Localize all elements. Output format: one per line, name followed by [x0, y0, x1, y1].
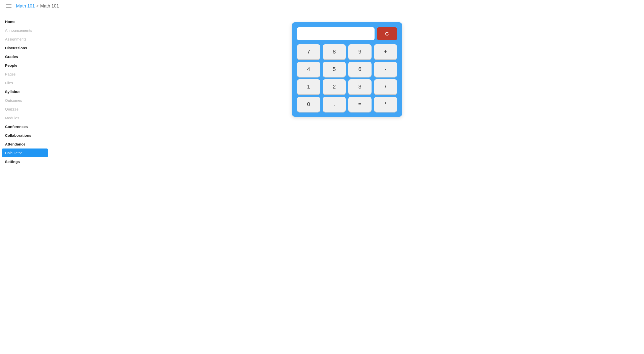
btn-divide[interactable]: / — [374, 79, 397, 94]
breadcrumb-link[interactable]: Math 101 — [16, 4, 35, 9]
sidebar-item-conferences[interactable]: Conferences — [0, 122, 50, 131]
calculator-buttons: 789+456-123/0.=* — [297, 44, 397, 112]
sidebar-item-attendance[interactable]: Attendance — [0, 140, 50, 148]
btn-2[interactable]: 2 — [323, 79, 346, 94]
btn-9[interactable]: 9 — [348, 44, 372, 59]
breadcrumb-current: Math 101 — [40, 4, 59, 9]
btn-plus[interactable]: + — [374, 44, 397, 59]
sidebar-item-collaborations[interactable]: Collaborations — [0, 131, 50, 140]
sidebar-item-announcements[interactable]: Announcements — [0, 26, 50, 35]
sidebar: HomeAnnouncementsAssignmentsDiscussionsG… — [0, 12, 50, 352]
calculator-display[interactable] — [297, 27, 375, 40]
layout: HomeAnnouncementsAssignmentsDiscussionsG… — [0, 12, 644, 352]
btn-minus[interactable]: - — [374, 62, 397, 77]
btn-equals[interactable]: = — [348, 97, 372, 112]
btn-5[interactable]: 5 — [323, 62, 346, 77]
sidebar-item-calculator[interactable]: Calculator — [2, 148, 48, 157]
sidebar-item-syllabus[interactable]: Syllabus — [0, 87, 50, 96]
calculator: C 789+456-123/0.=* — [292, 22, 402, 117]
btn-multiply[interactable]: * — [374, 97, 397, 112]
calculator-display-row: C — [297, 27, 397, 40]
sidebar-item-grades[interactable]: Grades — [0, 52, 50, 61]
sidebar-item-settings[interactable]: Settings — [0, 157, 50, 166]
btn-dot[interactable]: . — [323, 97, 346, 112]
hamburger-menu-button[interactable] — [5, 3, 13, 9]
btn-8[interactable]: 8 — [323, 44, 346, 59]
sidebar-item-home[interactable]: Home — [0, 17, 50, 26]
btn-3[interactable]: 3 — [348, 79, 372, 94]
calculator-clear-button[interactable]: C — [377, 27, 397, 40]
header: Math 101 > Math 101 — [0, 0, 644, 12]
sidebar-item-people[interactable]: People — [0, 61, 50, 70]
breadcrumb: Math 101 > Math 101 — [16, 4, 59, 9]
main-content: C 789+456-123/0.=* — [50, 12, 644, 352]
btn-1[interactable]: 1 — [297, 79, 320, 94]
btn-0[interactable]: 0 — [297, 97, 320, 112]
sidebar-item-files[interactable]: Files — [0, 78, 50, 87]
sidebar-item-quizzes[interactable]: Quizzes — [0, 105, 50, 114]
breadcrumb-separator: > — [36, 4, 39, 8]
btn-4[interactable]: 4 — [297, 62, 320, 77]
sidebar-item-outcomes[interactable]: Outcomes — [0, 96, 50, 105]
btn-7[interactable]: 7 — [297, 44, 320, 59]
sidebar-item-modules[interactable]: Modules — [0, 114, 50, 122]
sidebar-item-discussions[interactable]: Discussions — [0, 44, 50, 52]
btn-6[interactable]: 6 — [348, 62, 372, 77]
sidebar-item-pages[interactable]: Pages — [0, 70, 50, 78]
sidebar-item-assignments[interactable]: Assignments — [0, 35, 50, 44]
